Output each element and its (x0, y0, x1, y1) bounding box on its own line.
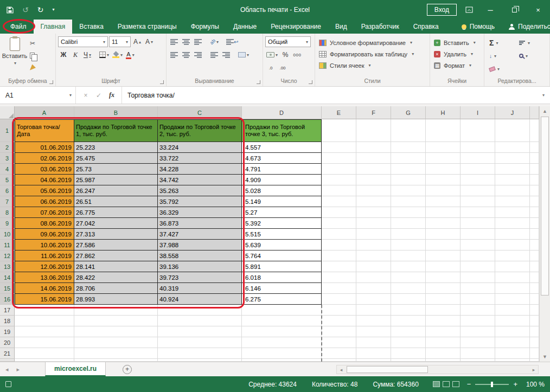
column-header-I[interactable]: I (461, 106, 495, 119)
vertical-scrollbar[interactable]: ▲ ▼ (539, 106, 550, 362)
cell-G18[interactable] (391, 316, 426, 326)
cell-J7[interactable] (495, 196, 530, 207)
scroll-up-arrow[interactable]: ▲ (540, 106, 550, 116)
cell-C10[interactable]: 37.427 (158, 229, 242, 240)
cell-J12[interactable] (495, 250, 530, 261)
align-center-button[interactable] (181, 49, 191, 60)
column-header-G[interactable]: G (391, 106, 426, 119)
cell-J3[interactable] (495, 153, 530, 164)
prev-sheet-arrow[interactable]: ◂ (5, 366, 9, 373)
cell-F6[interactable] (356, 185, 391, 196)
cell-B4[interactable]: 25.73 (74, 164, 158, 175)
cell-I8[interactable] (461, 207, 495, 218)
clear-button[interactable]: ▾ (487, 67, 517, 72)
cell-D5[interactable]: 4.909 (242, 175, 322, 185)
cell-B6[interactable]: 26.247 (74, 185, 158, 196)
cell-G20[interactable] (391, 337, 426, 348)
font-color-button[interactable]: А▾ (125, 49, 136, 60)
row-header-12[interactable]: 12 (0, 250, 15, 261)
column-header-D[interactable]: D (242, 106, 322, 119)
ribbon-tab-view[interactable]: Вид (328, 20, 354, 34)
cell-G5[interactable] (391, 175, 426, 185)
cell-G10[interactable] (391, 229, 426, 240)
column-header-C[interactable]: C (158, 106, 242, 119)
cell-I14[interactable] (461, 272, 495, 283)
row-header-16[interactable]: 16 (0, 294, 15, 305)
cell-I16[interactable] (461, 294, 495, 305)
cell-D21[interactable] (242, 348, 322, 359)
cell-stub-13[interactable] (530, 261, 539, 272)
decrease-decimal-button[interactable]: .00 (277, 62, 288, 73)
cell-H12[interactable] (426, 250, 461, 261)
cell-stub-14[interactable] (530, 272, 539, 283)
cell-G16[interactable] (391, 294, 426, 305)
cell-F5[interactable] (356, 175, 391, 185)
zoom-slider-thumb[interactable] (491, 382, 493, 387)
cell-E1[interactable] (322, 119, 356, 142)
cell-A6[interactable]: 05.06.2019 (15, 185, 74, 196)
cell-H17[interactable] (426, 305, 461, 316)
zoom-slider[interactable] (475, 384, 509, 385)
page-break-view-button[interactable] (452, 381, 459, 387)
cell-B12[interactable]: 27.862 (74, 250, 158, 261)
cell-A5[interactable]: 04.06.2019 (15, 175, 74, 185)
cell-J10[interactable] (495, 229, 530, 240)
cell-A17[interactable] (15, 305, 74, 316)
minimize-button[interactable]: ─ (478, 0, 502, 20)
cell-H5[interactable] (426, 175, 461, 185)
cell-E7[interactable] (322, 196, 356, 207)
sort-filter-button[interactable]: ▾ (517, 40, 547, 46)
cell-A9[interactable]: 08.06.2019 (15, 218, 74, 229)
cell-H14[interactable] (426, 272, 461, 283)
cell-B9[interactable]: 27.042 (74, 218, 158, 229)
row-header-18[interactable]: 18 (0, 316, 15, 326)
cell-F16[interactable] (356, 294, 391, 305)
cell-B11[interactable]: 27.586 (74, 240, 158, 250)
cell-H11[interactable] (426, 240, 461, 250)
cell-H1[interactable] (426, 119, 461, 142)
cell-E9[interactable] (322, 218, 356, 229)
cell-F11[interactable] (356, 240, 391, 250)
increase-indent-button[interactable] (221, 49, 232, 60)
cell-C7[interactable]: 35.792 (158, 196, 242, 207)
cell-H10[interactable] (426, 229, 461, 240)
column-header-J[interactable]: J (495, 106, 530, 119)
cell-B18[interactable] (74, 316, 158, 326)
cell-E6[interactable] (322, 185, 356, 196)
cell-G13[interactable] (391, 261, 426, 272)
row-header-3[interactable]: 3 (0, 153, 15, 164)
cell-C8[interactable]: 36.329 (158, 207, 242, 218)
cell-J4[interactable] (495, 164, 530, 175)
cell-C2[interactable]: 33.224 (158, 142, 242, 153)
cell-B1[interactable]: Продажи по Торговой точке 1, тыс. руб. (74, 119, 158, 142)
cell-E2[interactable] (322, 142, 356, 153)
cell-H13[interactable] (426, 261, 461, 272)
bold-button[interactable]: Ж (58, 49, 69, 60)
cell-D16[interactable]: 6.275 (242, 294, 322, 305)
dialog-launcher-icon[interactable] (309, 80, 312, 84)
horizontal-scrollbar[interactable]: ◂ ▸ (336, 365, 539, 374)
cell-I21[interactable] (461, 348, 495, 359)
cell-H20[interactable] (426, 337, 461, 348)
cell-F14[interactable] (356, 272, 391, 283)
align-left-button[interactable] (169, 49, 180, 60)
ribbon-tab-insert[interactable]: Вставка (72, 20, 111, 34)
maximize-button[interactable] (502, 0, 526, 20)
cell-I3[interactable] (461, 153, 495, 164)
vertical-scroll-thumb[interactable] (541, 117, 549, 295)
dialog-launcher-icon[interactable] (257, 80, 260, 84)
conditional-formatting-button[interactable]: Условное форматирование▾ (317, 37, 428, 48)
insert-function-button[interactable]: fx (105, 91, 118, 99)
cell-B8[interactable]: 26.775 (74, 207, 158, 218)
next-sheet-arrow[interactable]: ▸ (17, 366, 20, 373)
cell-G19[interactable] (391, 326, 426, 337)
ribbon-tab-file[interactable]: Файл (3, 20, 34, 34)
cell-stub-5[interactable] (530, 175, 539, 185)
cell-G7[interactable] (391, 196, 426, 207)
cell-E12[interactable] (322, 250, 356, 261)
cell-stub-17[interactable] (530, 305, 539, 316)
cell-A21[interactable] (15, 348, 74, 359)
scroll-down-arrow[interactable]: ▼ (540, 352, 550, 362)
cell-stub-21[interactable] (530, 348, 539, 359)
cancel-entry-button[interactable]: × (79, 92, 92, 99)
